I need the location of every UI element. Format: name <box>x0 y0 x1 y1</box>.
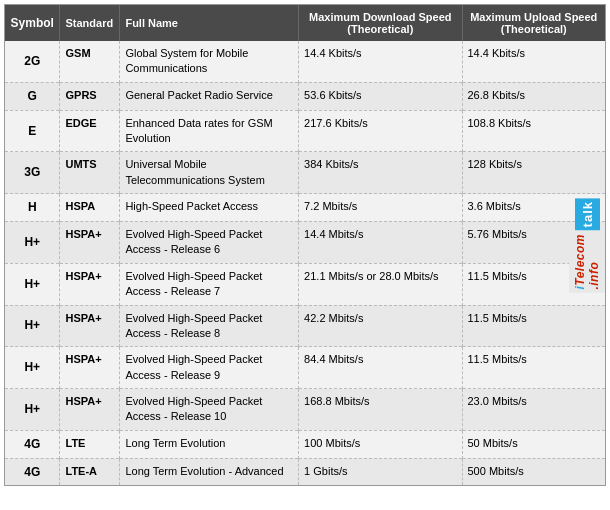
main-table-wrapper: Symbol Standard Full Name Maximum Downlo… <box>4 4 606 486</box>
cell-upload: 14.4 Kbits/s <box>462 41 605 82</box>
cell-symbol: 2G <box>5 41 60 82</box>
cell-fullname: Evolved High-Speed Packet Access - Relea… <box>120 389 299 431</box>
cell-symbol: H+ <box>5 221 60 263</box>
cell-upload: 5.76 Mbits/s <box>462 221 605 263</box>
cell-standard: HSPA <box>60 194 120 222</box>
cell-fullname: Evolved High-Speed Packet Access - Relea… <box>120 263 299 305</box>
cell-standard: HSPA+ <box>60 305 120 347</box>
cell-fullname: Long Term Evolution <box>120 430 299 458</box>
cell-symbol: H+ <box>5 389 60 431</box>
cell-upload: 108.8 Kbits/s <box>462 110 605 152</box>
cell-symbol: 4G <box>5 430 60 458</box>
cell-fullname: Global System for Mobile Communications <box>120 41 299 82</box>
cell-symbol: E <box>5 110 60 152</box>
cell-download: 100 Mbits/s <box>299 430 462 458</box>
cell-symbol: H+ <box>5 305 60 347</box>
cell-standard: EDGE <box>60 110 120 152</box>
table-row: 2GGSMGlobal System for Mobile Communicat… <box>5 41 605 82</box>
header-upload: Maximum Upload Speed (Theoretical) <box>462 5 605 41</box>
cell-fullname: Universal Mobile Telecommunications Syst… <box>120 152 299 194</box>
cell-standard: LTE <box>60 430 120 458</box>
header-symbol: Symbol <box>5 5 60 41</box>
table-row: HHSPAHigh-Speed Packet Access7.2 Mbits/s… <box>5 194 605 222</box>
table-row: H+HSPA+Evolved High-Speed Packet Access … <box>5 389 605 431</box>
table-row: H+HSPA+Evolved High-Speed Packet Access … <box>5 263 605 305</box>
cell-download: 384 Kbits/s <box>299 152 462 194</box>
cell-symbol: H <box>5 194 60 222</box>
cell-download: 42.2 Mbits/s <box>299 305 462 347</box>
cell-upload: 26.8 Kbits/s <box>462 82 605 110</box>
cell-download: 168.8 Mbits/s <box>299 389 462 431</box>
mobile-standards-table: Symbol Standard Full Name Maximum Downlo… <box>5 5 605 485</box>
cell-download: 84.4 Mbits/s <box>299 347 462 389</box>
cell-fullname: Evolved High-Speed Packet Access - Relea… <box>120 305 299 347</box>
cell-fullname: Enhanced Data rates for GSM Evolution <box>120 110 299 152</box>
header-fullname: Full Name <box>120 5 299 41</box>
cell-standard: HSPA+ <box>60 221 120 263</box>
cell-symbol: 4G <box>5 458 60 485</box>
cell-symbol: G <box>5 82 60 110</box>
cell-upload: 23.0 Mbits/s <box>462 389 605 431</box>
cell-standard: LTE-A <box>60 458 120 485</box>
cell-standard: HSPA+ <box>60 263 120 305</box>
cell-standard: HSPA+ <box>60 389 120 431</box>
cell-fullname: General Packet Radio Service <box>120 82 299 110</box>
cell-upload: 500 Mbits/s <box>462 458 605 485</box>
cell-fullname: Evolved High-Speed Packet Access - Relea… <box>120 347 299 389</box>
cell-upload: 11.5 Mbits/s <box>462 347 605 389</box>
table-row: 4GLTE-ALong Term Evolution - Advanced1 G… <box>5 458 605 485</box>
cell-upload: 3.6 Mbits/s <box>462 194 605 222</box>
table-row: GGPRSGeneral Packet Radio Service53.6 Kb… <box>5 82 605 110</box>
cell-standard: GSM <box>60 41 120 82</box>
cell-download: 1 Gbits/s <box>299 458 462 485</box>
cell-standard: UMTS <box>60 152 120 194</box>
cell-upload: 11.5 Mbits/s <box>462 305 605 347</box>
cell-symbol: 3G <box>5 152 60 194</box>
table-row: H+HSPA+Evolved High-Speed Packet Access … <box>5 221 605 263</box>
cell-upload: 50 Mbits/s <box>462 430 605 458</box>
header-download: Maximum Download Speed (Theoretical) <box>299 5 462 41</box>
cell-symbol: H+ <box>5 347 60 389</box>
table-row: H+HSPA+Evolved High-Speed Packet Access … <box>5 347 605 389</box>
cell-fullname: Evolved High-Speed Packet Access - Relea… <box>120 221 299 263</box>
table-row: EEDGEEnhanced Data rates for GSM Evoluti… <box>5 110 605 152</box>
cell-upload: 11.5 Mbits/s <box>462 263 605 305</box>
table-row: 3GUMTSUniversal Mobile Telecommunication… <box>5 152 605 194</box>
cell-download: 21.1 Mbits/s or 28.0 Mbits/s <box>299 263 462 305</box>
cell-download: 217.6 Kbits/s <box>299 110 462 152</box>
cell-download: 7.2 Mbits/s <box>299 194 462 222</box>
cell-download: 14.4 Mbits/s <box>299 221 462 263</box>
cell-fullname: Long Term Evolution - Advanced <box>120 458 299 485</box>
cell-upload: 128 Kbits/s <box>462 152 605 194</box>
cell-standard: HSPA+ <box>60 347 120 389</box>
cell-download: 53.6 Kbits/s <box>299 82 462 110</box>
cell-standard: GPRS <box>60 82 120 110</box>
cell-symbol: H+ <box>5 263 60 305</box>
table-row: 4GLTELong Term Evolution100 Mbits/s50 Mb… <box>5 430 605 458</box>
table-row: H+HSPA+Evolved High-Speed Packet Access … <box>5 305 605 347</box>
cell-download: 14.4 Kbits/s <box>299 41 462 82</box>
header-standard: Standard <box>60 5 120 41</box>
cell-fullname: High-Speed Packet Access <box>120 194 299 222</box>
